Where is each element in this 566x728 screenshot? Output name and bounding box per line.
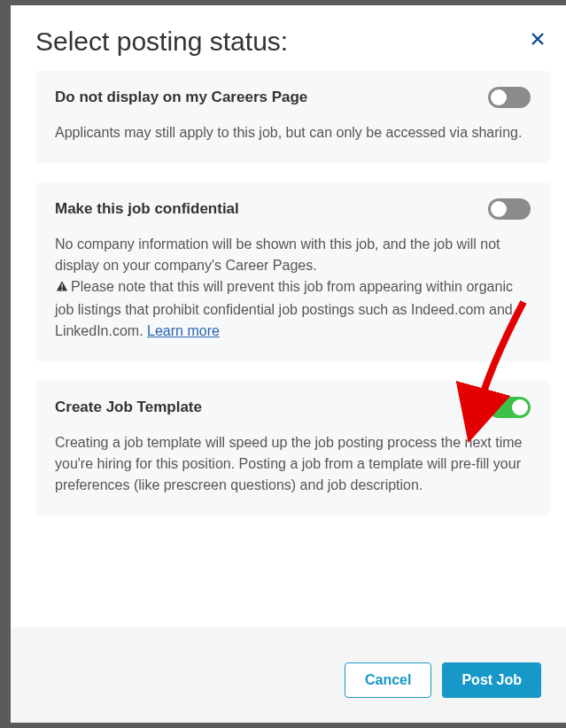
close-icon bbox=[531, 32, 545, 46]
option-description: No company information will be shown wit… bbox=[55, 234, 531, 342]
option-create-template: Create Job Template Creating a job templ… bbox=[35, 381, 550, 515]
description-intro: No company information will be shown wit… bbox=[55, 236, 500, 273]
modal-header: Select posting status: bbox=[11, 5, 566, 71]
warning-icon bbox=[55, 278, 69, 299]
close-button[interactable] bbox=[531, 32, 545, 46]
posting-status-modal: Select posting status: Do not display on… bbox=[11, 5, 566, 723]
toggle-knob bbox=[491, 201, 507, 217]
toggle-confidential[interactable] bbox=[488, 198, 531, 220]
option-description: Creating a job template will speed up th… bbox=[55, 432, 531, 496]
cancel-button[interactable]: Cancel bbox=[345, 662, 431, 698]
toggle-do-not-display[interactable] bbox=[488, 87, 531, 108]
post-job-button[interactable]: Post Job bbox=[442, 662, 541, 698]
option-do-not-display: Do not display on my Careers Page Applic… bbox=[35, 71, 550, 163]
option-header: Create Job Template bbox=[55, 397, 531, 418]
toggle-knob bbox=[491, 89, 507, 105]
toggle-create-template[interactable] bbox=[488, 397, 531, 418]
option-header: Do not display on my Careers Page bbox=[55, 87, 531, 108]
modal-footer: Cancel Post Job bbox=[11, 627, 566, 723]
warning-text: Please note that this will prevent this … bbox=[55, 279, 513, 338]
option-title: Make this job confidential bbox=[55, 200, 239, 218]
learn-more-link[interactable]: Learn more bbox=[147, 323, 220, 338]
option-confidential: Make this job confidential No company in… bbox=[35, 182, 550, 361]
modal-title: Select posting status: bbox=[35, 27, 541, 57]
option-title: Create Job Template bbox=[55, 399, 202, 416]
modal-body[interactable]: Do not display on my Careers Page Applic… bbox=[11, 71, 562, 627]
option-title: Do not display on my Careers Page bbox=[55, 89, 307, 106]
option-header: Make this job confidential bbox=[55, 198, 531, 220]
toggle-knob bbox=[512, 399, 528, 415]
option-description: Applicants may still apply to this job, … bbox=[55, 122, 531, 143]
